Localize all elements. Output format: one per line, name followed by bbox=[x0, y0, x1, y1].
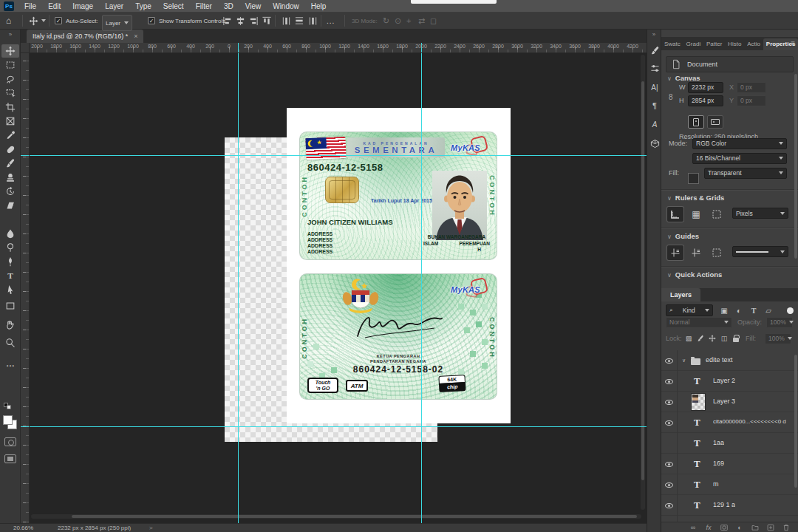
fill-swatch[interactable] bbox=[688, 173, 699, 184]
foreground-background-swatches[interactable] bbox=[3, 415, 18, 430]
menu-view[interactable]: View bbox=[239, 2, 267, 10]
lock-all-icon[interactable] bbox=[731, 334, 741, 343]
lock-artboard-icon[interactable]: ◫ bbox=[719, 334, 729, 343]
zoom-tool[interactable] bbox=[1, 336, 19, 349]
eyedropper-tool[interactable] bbox=[1, 129, 19, 142]
show-transform-checkbox[interactable]: ✓Show Transform Controls bbox=[148, 13, 225, 29]
type-tool[interactable]: T bbox=[1, 269, 19, 282]
eraser-tool[interactable] bbox=[1, 199, 19, 212]
photoshop-logo[interactable]: Ps bbox=[4, 1, 14, 11]
move-tool[interactable] bbox=[1, 44, 19, 58]
layer-row[interactable]: T 169 bbox=[661, 454, 798, 474]
lock-position-icon[interactable] bbox=[707, 334, 717, 343]
filter-adjustment-layers-icon[interactable]: ◐ bbox=[732, 305, 746, 316]
rectangle-tool[interactable] bbox=[1, 299, 19, 313]
quick-mask-icon[interactable] bbox=[4, 437, 16, 446]
distribute-spacing-icon[interactable] bbox=[307, 13, 318, 29]
zoom-level[interactable]: 20.66% bbox=[13, 525, 33, 531]
layer-row[interactable]: T cita0000000...<<<<<<<<0 d bbox=[661, 412, 798, 433]
visibility-eye-icon[interactable] bbox=[665, 503, 673, 508]
tab-gradients[interactable]: Gradi bbox=[683, 38, 703, 50]
link-dimensions-icon[interactable]: 8 bbox=[669, 93, 673, 101]
width-field[interactable]: 2232 px bbox=[688, 82, 723, 93]
layer-filter-kind-dropdown[interactable]: ⌕Kind bbox=[666, 304, 713, 316]
home-icon[interactable]: ⌂ bbox=[6, 13, 11, 29]
menu-layer[interactable]: Layer bbox=[99, 2, 129, 10]
blur-tool[interactable] bbox=[1, 227, 19, 240]
align-left-icon[interactable] bbox=[222, 13, 233, 29]
align-top-icon[interactable] bbox=[259, 16, 276, 27]
layer-row[interactable]: Layer 3 bbox=[661, 392, 798, 412]
glyphs-panel-icon[interactable]: A bbox=[649, 118, 661, 130]
libraries-panel-icon[interactable] bbox=[649, 137, 661, 149]
menu-window[interactable]: Window bbox=[267, 2, 305, 10]
portrait-orientation-button[interactable] bbox=[688, 115, 704, 129]
toggle-grid-icon[interactable]: ▦ bbox=[688, 207, 704, 222]
tab-layers[interactable]: Layers bbox=[661, 288, 700, 301]
guides-section-header[interactable]: ∨Guides bbox=[667, 232, 699, 240]
brush-settings-panel-icon[interactable] bbox=[649, 44, 661, 56]
canvas-section-header[interactable]: ∨Canvas bbox=[667, 74, 700, 82]
bit-depth-dropdown[interactable]: 16 Bits/Channel bbox=[692, 153, 787, 164]
menu-help[interactable]: Help bbox=[305, 2, 332, 10]
color-mode-dropdown[interactable]: RGB Color bbox=[692, 138, 787, 149]
new-group-icon[interactable] bbox=[751, 524, 760, 531]
horizontal-scrollbar[interactable] bbox=[31, 514, 641, 519]
object-selection-tool[interactable] bbox=[1, 86, 19, 100]
visibility-eye-icon[interactable] bbox=[665, 379, 673, 384]
visibility-eye-icon[interactable] bbox=[665, 358, 673, 364]
clone-stamp-tool[interactable] bbox=[1, 171, 19, 184]
menu-type[interactable]: Type bbox=[129, 2, 157, 10]
brush-tool[interactable] bbox=[1, 157, 19, 170]
canvas-fill-dropdown[interactable]: Transparent bbox=[704, 168, 787, 179]
more-options-icon[interactable]: ... bbox=[327, 13, 335, 29]
vertical-guide[interactable] bbox=[421, 53, 422, 523]
properties-scrollbar[interactable] bbox=[794, 74, 797, 259]
brushes-panel-icon[interactable] bbox=[649, 62, 661, 74]
pen-tool[interactable] bbox=[1, 255, 19, 268]
tab-actions[interactable]: Actio bbox=[744, 38, 763, 50]
layer-row[interactable]: T 1aa bbox=[661, 433, 798, 454]
vertical-scrollbar[interactable] bbox=[641, 55, 645, 510]
filter-toggle-icon[interactable] bbox=[787, 307, 794, 314]
link-layers-icon[interactable]: ∞ bbox=[689, 524, 698, 531]
lock-transparent-pixels-icon[interactable]: ▨ bbox=[683, 334, 694, 343]
rectangular-marquee-tool[interactable] bbox=[1, 58, 19, 72]
toggle-rulers-icon[interactable] bbox=[667, 207, 683, 222]
visibility-eye-icon[interactable] bbox=[665, 482, 673, 488]
toggle-snap-icon[interactable] bbox=[709, 207, 725, 222]
path-selection-tool[interactable] bbox=[1, 283, 19, 296]
menu-image[interactable]: Image bbox=[66, 2, 99, 10]
menu-select[interactable]: Select bbox=[157, 2, 190, 10]
lock-image-pixels-icon[interactable] bbox=[695, 334, 706, 343]
dodge-tool[interactable] bbox=[1, 241, 19, 254]
quick-actions-section-header[interactable]: ∨Quick Actions bbox=[667, 270, 722, 279]
layer-row[interactable]: T 129 1 a bbox=[661, 495, 798, 516]
new-layer-icon[interactable] bbox=[766, 524, 775, 531]
layer-row-group[interactable]: ∨ edite text bbox=[661, 350, 798, 371]
rulers-grids-section-header[interactable]: ∨Rulers & Grids bbox=[667, 194, 724, 202]
auto-select-target-dropdown[interactable]: Layer bbox=[102, 15, 132, 31]
default-colors-icon[interactable] bbox=[4, 403, 13, 410]
vertical-guide[interactable] bbox=[238, 53, 239, 523]
height-field[interactable]: 2854 px bbox=[688, 95, 723, 106]
vertical-ruler[interactable] bbox=[21, 53, 30, 523]
crop-tool[interactable] bbox=[1, 100, 19, 114]
layer-effects-icon[interactable]: fx bbox=[704, 524, 713, 531]
layer-row[interactable]: T Layer 2 bbox=[661, 371, 798, 392]
toolbar-collapse-icon[interactable]: » bbox=[0, 31, 21, 38]
frame-tool[interactable] bbox=[1, 115, 19, 128]
add-layer-mask-icon[interactable] bbox=[720, 524, 729, 531]
tab-patterns[interactable]: Patter bbox=[703, 38, 725, 50]
lock-guides-icon[interactable] bbox=[688, 245, 704, 260]
horizontal-guide[interactable] bbox=[30, 426, 647, 427]
toggle-guides-icon[interactable] bbox=[667, 245, 683, 260]
ruler-corner[interactable] bbox=[21, 43, 30, 53]
layer-row[interactable]: T m bbox=[661, 474, 798, 495]
move-tool-icon[interactable] bbox=[28, 13, 39, 29]
visibility-eye-icon[interactable] bbox=[665, 462, 673, 467]
tab-close-icon[interactable]: × bbox=[134, 33, 137, 40]
delete-layer-icon[interactable] bbox=[782, 524, 791, 531]
canvas-viewport[interactable]: ★ KAD PENGENALAN SEMENTARA MyKAS 860424-… bbox=[30, 53, 647, 523]
hand-tool[interactable] bbox=[1, 318, 19, 331]
